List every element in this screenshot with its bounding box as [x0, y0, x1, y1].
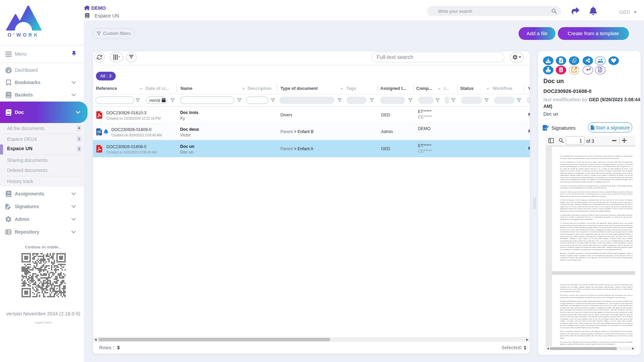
svg-text:=w: =w [97, 133, 100, 136]
